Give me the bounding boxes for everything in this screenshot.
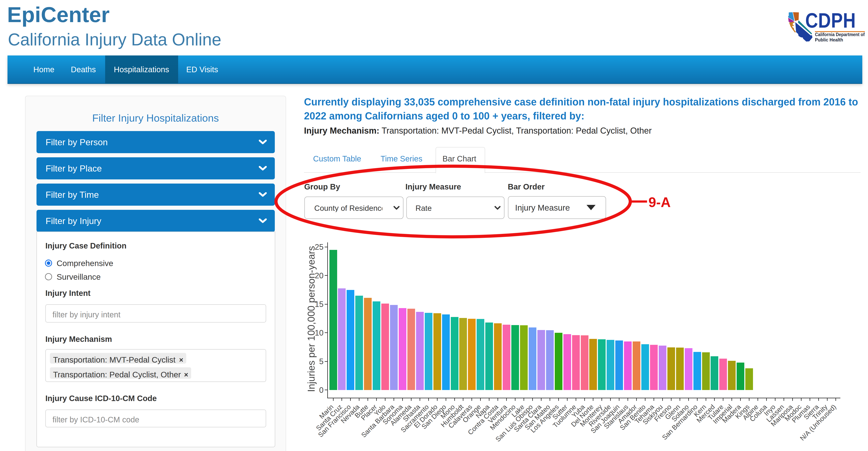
svg-text:California Department of: California Department of [815, 32, 865, 37]
svg-text:CDPH: CDPH [805, 11, 856, 32]
svg-text:Public Health: Public Health [815, 37, 843, 42]
